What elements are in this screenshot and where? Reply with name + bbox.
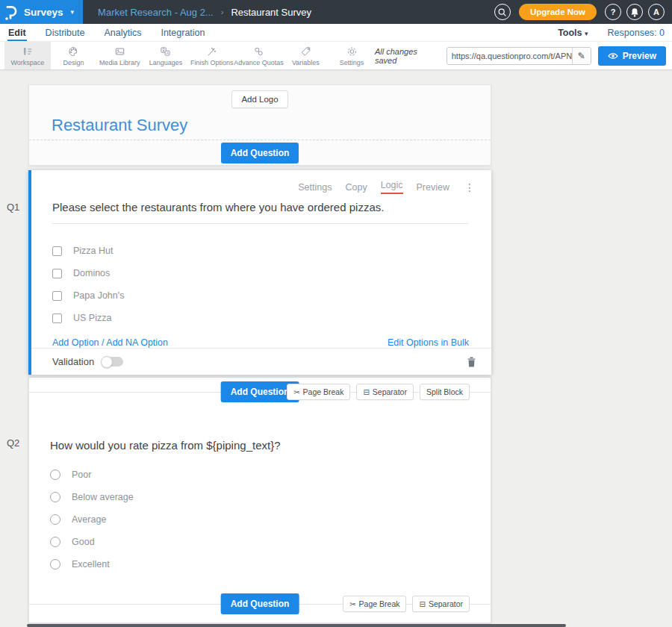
option-row: Dominos: [52, 262, 469, 284]
toolbar-item-design[interactable]: Design: [51, 42, 97, 69]
option-label[interactable]: Below average: [72, 492, 134, 502]
responses-count[interactable]: Responses: 0: [608, 28, 665, 38]
nav-bar: Edit Distribute Analytics Integration To…: [0, 24, 672, 42]
horizontal-scrollbar[interactable]: [27, 624, 566, 627]
separator-button[interactable]: ⊟Separator: [356, 384, 414, 400]
q1-side-label: Q1: [7, 202, 19, 213]
surveys-menu[interactable]: Surveys ▾: [0, 0, 83, 24]
question-1-card: Settings Copy Logic Preview ⋮ Please sel…: [28, 170, 491, 375]
question-1-options: Pizza Hut Dominos Papa John's US Pizza: [52, 240, 469, 329]
question-2-card: Add Question ✂Page Break ⊟Separator Spli…: [28, 377, 491, 623]
option-label[interactable]: Excellent: [72, 559, 110, 570]
link-divider: /: [102, 337, 104, 348]
question-logic-link[interactable]: Logic: [381, 180, 403, 194]
validation-label: Validation: [52, 356, 94, 367]
account-avatar[interactable]: A: [648, 4, 665, 20]
delete-question-button[interactable]: [467, 356, 476, 367]
radio-button[interactable]: [50, 470, 60, 480]
palette-icon: [67, 46, 80, 57]
option-label[interactable]: Papa John's: [73, 290, 124, 301]
option-row: Average: [50, 508, 468, 531]
option-row: Poor: [50, 464, 468, 486]
notifications-button[interactable]: [626, 4, 643, 20]
add-question-row-bottom: Add Question ✂Page Break ⊟Separator: [29, 590, 491, 618]
question-1-text[interactable]: Please select the restaurants from where…: [52, 201, 469, 224]
edit-options-in-bulk-link[interactable]: Edit Options in Bulk: [388, 337, 469, 348]
separator-box-icon: ⊟: [363, 388, 369, 396]
question-preview-link[interactable]: Preview: [417, 182, 449, 193]
tools-menu[interactable]: Tools ▾: [558, 28, 588, 38]
option-label[interactable]: Dominos: [73, 268, 110, 278]
add-question-button[interactable]: Add Question: [221, 593, 299, 614]
add-question-button[interactable]: Add Question: [221, 143, 299, 163]
toolbar-item-advance-quotas[interactable]: Advance Quotas: [235, 42, 283, 69]
magic-wand-icon: [205, 46, 218, 57]
tab-analytics[interactable]: Analytics: [103, 24, 142, 41]
add-logo-button[interactable]: Add Logo: [231, 90, 287, 108]
question-mark-icon: ?: [611, 7, 616, 16]
question-2-text[interactable]: How would you rate pizza from ${piping_t…: [50, 439, 468, 452]
search-icon: [497, 7, 507, 17]
toolbar-item-workspace[interactable]: Workspace: [4, 42, 51, 69]
tab-distribute[interactable]: Distribute: [45, 24, 86, 41]
edit-url-pencil-icon[interactable]: ✎: [572, 48, 591, 64]
radio-button[interactable]: [50, 514, 60, 525]
toolbar-item-media-library[interactable]: Media Library: [96, 42, 143, 69]
tab-integration[interactable]: Integration: [160, 24, 205, 41]
workspace-icon: [21, 46, 34, 57]
option-row: Papa John's: [52, 284, 469, 307]
option-row: Excellent: [50, 553, 468, 575]
toolbar-item-finish-options[interactable]: Finish Options: [189, 42, 235, 69]
option-label[interactable]: Poor: [72, 470, 91, 480]
top-actions: Upgrade Now ? A: [494, 4, 672, 20]
separator-button[interactable]: ⊟Separator: [412, 596, 470, 612]
help-button[interactable]: ?: [605, 4, 621, 20]
preview-button[interactable]: Preview: [598, 46, 666, 66]
breadcrumb-folder[interactable]: Market Research - Aug 2...: [98, 7, 214, 18]
question-2-options: Poor Below average Average Good Excellen…: [50, 464, 468, 575]
radio-button[interactable]: [50, 492, 60, 502]
kebab-menu-icon[interactable]: ⋮: [464, 184, 475, 191]
toolbar-item-languages[interactable]: A Languages: [143, 42, 189, 69]
checkbox[interactable]: [52, 314, 62, 323]
radio-button[interactable]: [50, 559, 60, 570]
questionpro-logo-icon: [4, 4, 18, 21]
search-button[interactable]: [494, 4, 511, 20]
option-label[interactable]: Pizza Hut: [73, 246, 113, 256]
eye-icon: [608, 52, 618, 60]
breadcrumb-current: Restaurant Survey: [231, 7, 311, 18]
question-copy-link[interactable]: Copy: [345, 182, 367, 193]
checkbox[interactable]: [52, 269, 62, 278]
upgrade-now-button[interactable]: Upgrade Now: [519, 4, 597, 20]
checkbox[interactable]: [52, 246, 62, 256]
page-break-button[interactable]: ✂Page Break: [287, 384, 350, 400]
radio-button[interactable]: [50, 537, 60, 547]
question-actions: Settings Copy Logic Preview ⋮: [31, 170, 491, 194]
bell-icon: [630, 7, 639, 17]
option-label[interactable]: Average: [72, 514, 106, 525]
option-row: US Pizza: [52, 307, 469, 329]
top-bar: Surveys ▾ Market Research - Aug 2... › R…: [0, 0, 672, 24]
translate-icon: A: [159, 46, 172, 57]
survey-title[interactable]: Restaurant Survey: [29, 108, 491, 135]
toolbar-item-settings[interactable]: Settings: [329, 42, 375, 69]
chain-links-icon: [252, 46, 265, 57]
tag-icon: [299, 46, 312, 57]
survey-url-field[interactable]: https://qa.questionpro.com/t/APNrFZgR ✎: [447, 47, 591, 65]
question-settings-link[interactable]: Settings: [298, 182, 332, 193]
split-block-button[interactable]: Split Block: [420, 384, 470, 400]
option-label[interactable]: US Pizza: [73, 313, 111, 323]
tab-edit[interactable]: Edit: [7, 24, 27, 41]
survey-url-value[interactable]: https://qa.questionpro.com/t/APNrFZgR: [447, 48, 572, 64]
option-label[interactable]: Good: [72, 537, 95, 547]
nav-tabs: Edit Distribute Analytics Integration: [7, 24, 206, 41]
scissors-icon: ✂: [349, 600, 355, 608]
add-option-link[interactable]: Add Option: [52, 337, 99, 348]
toolbar-item-variables[interactable]: Variables: [283, 42, 329, 69]
gear-icon: [346, 46, 358, 57]
page-break-button[interactable]: ✂Page Break: [343, 596, 406, 612]
validation-toggle[interactable]: [102, 357, 123, 366]
add-na-option-link[interactable]: Add NA Option: [106, 337, 168, 348]
editor-toolbar: Workspace Design Media Library A Languag…: [0, 42, 672, 70]
checkbox[interactable]: [52, 291, 62, 301]
